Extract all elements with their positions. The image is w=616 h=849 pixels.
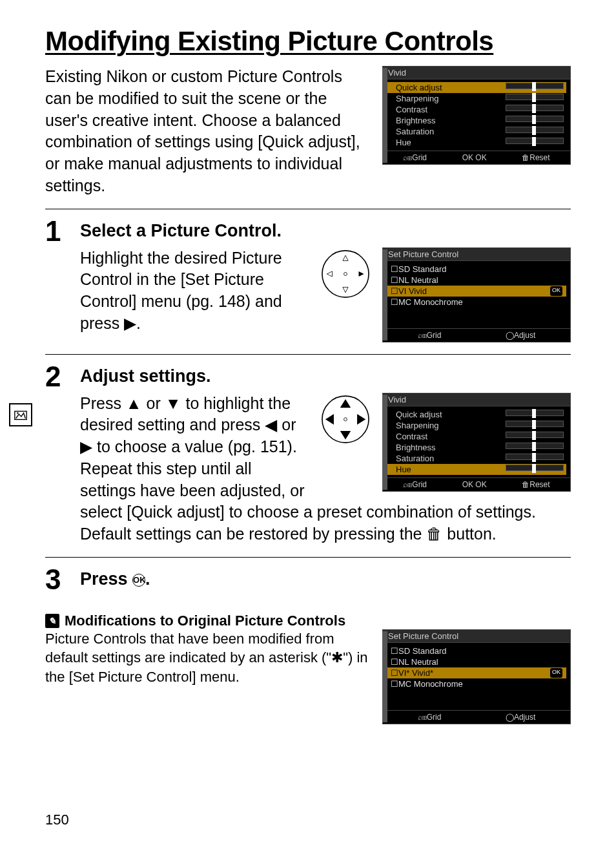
lcd-step2-title: Vivid: [383, 393, 570, 406]
step-1-number: 1: [45, 217, 66, 246]
note-body: Picture Controls that have been modified…: [45, 629, 371, 687]
step-1-heading: Select a Picture Control.: [80, 221, 571, 241]
lcd-row-quick-adjust: Quick adjust: [387, 409, 566, 420]
intro-text: Existing Nikon or custom Picture Control…: [45, 66, 369, 197]
step-2-body-p1: Press: [80, 394, 126, 412]
lcd-step1: Set Picture Control ☐SD Standard ☐NL Neu…: [382, 247, 571, 342]
note-icon: ✎: [45, 614, 59, 628]
lcd-item-neutral: ☐NL Neutral: [387, 656, 566, 667]
svg-point-13: [17, 412, 18, 414]
lcd-sidebar: [382, 68, 387, 163]
step-2-body-p2: or: [142, 394, 165, 412]
lcd-intro-footer: ⌕⊞Grid OK OK 🗑Reset: [383, 151, 570, 164]
lcd-item-monochrome: ☐MC Monochrome: [387, 678, 566, 689]
step-2-heading: Adjust settings.: [80, 366, 571, 386]
step-2-number: 2: [45, 362, 66, 391]
separator: [45, 209, 571, 209]
dpad-filled-icon: [319, 393, 372, 448]
svg-marker-9: [325, 414, 334, 424]
lcd-foot-grid: ⌕⊞Grid: [418, 331, 442, 340]
svg-marker-2: [343, 287, 348, 292]
lcd-foot-ok: OK OK: [462, 153, 487, 162]
step-2-body-p4: or: [277, 415, 296, 434]
lcd-foot-adjust: ◯Adjust: [506, 331, 535, 340]
lcd-item-standard: ☐SD Standard: [387, 645, 566, 656]
step-3-head-prefix: Press: [80, 569, 132, 589]
lcd-row-sharpening: Sharpening: [387, 93, 566, 104]
svg-marker-8: [340, 431, 351, 439]
lcd-row-hue: Hue: [387, 464, 566, 475]
lcd-row-contrast: Contrast: [387, 104, 566, 115]
svg-point-5: [344, 272, 347, 275]
lcd-step2-footer: ⌕⊞Grid OK OK 🗑Reset: [383, 477, 570, 491]
step-1-body-prefix: Highlight the desired Picture Control in…: [80, 249, 282, 332]
note-heading: Modifications to Original Picture Contro…: [65, 613, 345, 629]
step-1-body-suffix: .: [136, 314, 141, 332]
lcd-step1-footer: ⌕⊞Grid ◯Adjust: [383, 328, 570, 342]
note-body-prefix: Picture Controls that have been modified…: [45, 631, 334, 666]
multi-selector-left-icon: ◀: [265, 415, 277, 434]
separator: [45, 354, 571, 355]
multi-selector-right-icon: ▶: [124, 314, 136, 332]
lcd-foot-adjust: ◯Adjust: [506, 713, 535, 722]
step-3-heading: Press OK.: [80, 569, 571, 589]
multi-selector-up-icon: ▲: [126, 394, 142, 412]
asterisk-icon: ✱: [331, 649, 343, 666]
lcd-row-hue: Hue: [387, 137, 566, 148]
lcd-item-vivid: ☐VI VividOK: [387, 286, 566, 297]
lcd-foot-grid: ⌕⊞Grid: [403, 480, 427, 489]
lcd-note-title: Set Picture Control: [383, 630, 570, 643]
svg-marker-4: [359, 271, 364, 276]
lcd-row-brightness: Brightness: [387, 442, 566, 453]
multi-selector-right-icon: ▶: [80, 437, 92, 456]
multi-selector-down-icon: ▼: [165, 394, 181, 412]
lcd-foot-reset: 🗑Reset: [522, 153, 549, 162]
lcd-foot-grid: ⌕⊞Grid: [403, 153, 427, 162]
step-3-head-suffix: .: [145, 569, 150, 589]
lcd-foot-grid: ⌕⊞Grid: [418, 713, 442, 722]
lcd-sidebar: [382, 631, 387, 722]
trash-icon: 🗑: [426, 525, 442, 543]
dpad-outline-icon: [319, 247, 372, 303]
lcd-step1-title: Set Picture Control: [383, 248, 570, 261]
lcd-item-neutral: ☐NL Neutral: [387, 275, 566, 286]
step-2-after-suffix: button.: [442, 525, 496, 543]
lcd-foot-reset: 🗑Reset: [522, 480, 549, 489]
step-3-number: 3: [45, 565, 66, 594]
step-2-body-p5: to choose a value (pg. 151). Repeat this…: [80, 437, 304, 499]
lcd-sidebar: [382, 395, 387, 490]
separator: [45, 557, 571, 558]
svg-marker-7: [340, 399, 351, 407]
lcd-step2: Vivid Quick adjust Sharpening Contrast B…: [382, 393, 571, 492]
page-number: 150: [45, 812, 69, 828]
svg-marker-1: [343, 255, 348, 260]
lcd-row-saturation: Saturation: [387, 453, 566, 464]
lcd-row-contrast: Contrast: [387, 431, 566, 442]
lcd-intro-title: Vivid: [383, 67, 570, 79]
lcd-row-sharpening: Sharpening: [387, 420, 566, 431]
step-1-body: Highlight the desired Picture Control in…: [80, 247, 309, 335]
step-2-continuation: select [Quick adjust] to choose a preset…: [45, 501, 571, 545]
svg-marker-10: [357, 414, 365, 424]
lcd-intro: Vivid Quick adjust Sharpening Contrast B…: [382, 66, 571, 165]
lcd-item-standard: ☐SD Standard: [387, 264, 566, 275]
lcd-item-vivid-star: ☐VI* Vivid*OK: [387, 667, 566, 678]
lcd-note: Set Picture Control ☐SD Standard ☐NL Neu…: [382, 629, 571, 724]
lcd-sidebar: [382, 249, 387, 341]
lcd-row-quick-adjust: Quick adjust: [387, 82, 566, 93]
lcd-row-brightness: Brightness: [387, 115, 566, 126]
svg-marker-3: [327, 271, 332, 276]
lcd-foot-ok: OK OK: [462, 480, 487, 489]
lcd-row-saturation: Saturation: [387, 126, 566, 137]
lcd-item-monochrome: ☐MC Monochrome: [387, 297, 566, 308]
page-title: Modifying Existing Picture Controls: [45, 26, 571, 57]
retouch-menu-icon: [9, 403, 32, 426]
svg-point-11: [344, 417, 347, 421]
ok-button-icon: OK: [132, 574, 145, 587]
step-2-body: Press ▲ or ▼ to highlight the desired se…: [80, 393, 309, 502]
lcd-note-footer: ⌕⊞Grid ◯Adjust: [383, 710, 570, 724]
